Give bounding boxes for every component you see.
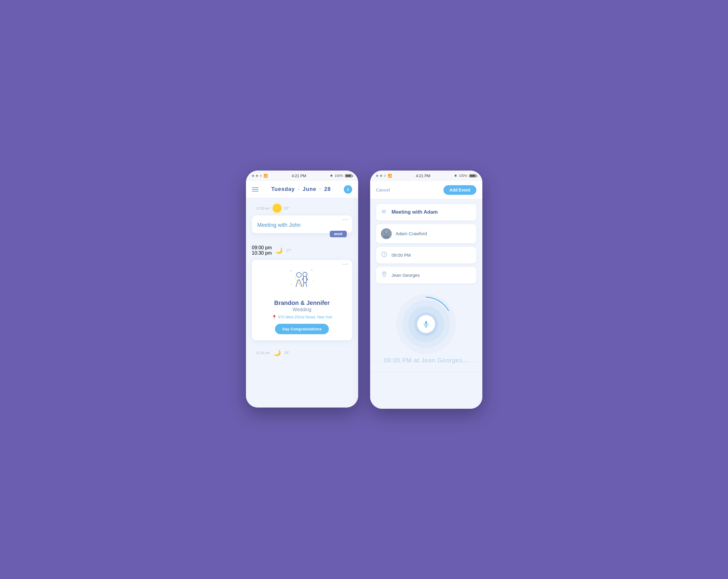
wifi-icon-right: 📶: [388, 174, 392, 178]
menu-line-1: [252, 187, 259, 188]
temp-2: 17°: [286, 248, 291, 253]
event-card-1[interactable]: Meeting with John work: [252, 215, 352, 233]
status-right-left: ✱ 100%: [330, 174, 352, 178]
notification-badge[interactable]: 1: [344, 185, 352, 193]
signal-dot-1: [252, 175, 254, 177]
couple-icon: ✦ ✦ + +: [287, 266, 317, 296]
status-right-right: ✱ 100%: [454, 174, 476, 178]
spacer-2: [246, 343, 358, 347]
map-pin-icon: [381, 271, 388, 279]
svg-point-22: [383, 272, 385, 274]
battery-label-r: 100%: [459, 174, 467, 178]
dot3: [347, 219, 348, 220]
svg-rect-23: [425, 321, 427, 325]
congratulations-button[interactable]: Say Congratulations: [275, 324, 329, 334]
moon-icon-2: [273, 349, 281, 357]
svg-point-5: [296, 272, 301, 278]
menu-line-3: [252, 191, 259, 191]
sun-icon: [273, 204, 281, 212]
time-label-1: 12:30 pm: [252, 207, 270, 210]
wedding-address: 675 West 252nd Street, New York: [279, 315, 333, 319]
status-bar-left: 📶 4:21 PM ✱ 100%: [246, 170, 358, 181]
svg-text:+: +: [290, 283, 292, 286]
contact-name-value: Adam Crawford: [396, 231, 427, 236]
battery-fill-r: [470, 175, 476, 177]
temp-1: 32°: [284, 206, 290, 210]
status-left: 📶: [252, 174, 268, 178]
location-field[interactable]: Jean Georges: [376, 267, 476, 283]
wedding-names: Brandon & Jennifer: [257, 299, 347, 307]
right-phone-body: Meeting with Adam: [370, 199, 482, 409]
menu-button[interactable]: [252, 187, 259, 191]
separator: ·: [298, 186, 300, 192]
h-lines-container: [370, 351, 482, 383]
event-title-1: Meeting with John: [257, 222, 347, 228]
left-header: Tuesday · June · 28 1: [246, 181, 358, 198]
moon-icon-1: [275, 246, 283, 255]
menu-line-2: [252, 189, 259, 190]
notification-count: 1: [347, 187, 349, 191]
signal-dot-2: [256, 175, 258, 177]
left-phone-body: 12:30 pm 32° Meeting with John work: [246, 198, 358, 407]
event-title-value: Meeting with Adam: [392, 209, 438, 215]
contact-field[interactable]: Adam Crawford: [376, 224, 476, 243]
time-text-2b: 10:30 pm: [252, 251, 272, 256]
status-time-left: 4:21 PM: [292, 174, 306, 178]
header-day: Tuesday: [271, 186, 295, 192]
location-value: Jean Georges: [392, 272, 420, 278]
card-menu-dots-2[interactable]: [343, 264, 348, 265]
bluetooth-icon: ✱: [330, 174, 333, 178]
svg-line-11: [306, 283, 307, 287]
signal-dot-r2: [380, 175, 382, 177]
right-header: Cancel Add Event: [370, 181, 482, 199]
contact-avatar: [381, 228, 392, 239]
svg-text:✦: ✦: [289, 269, 292, 273]
event-icon: [381, 208, 388, 216]
dot2: [345, 219, 346, 220]
cancel-label: Cancel: [376, 187, 390, 192]
svg-text:+: +: [312, 280, 314, 283]
svg-point-18: [385, 231, 388, 233]
event-title-field[interactable]: Meeting with Adam: [376, 204, 476, 220]
dot1: [343, 264, 344, 265]
left-phone: 📶 4:21 PM ✱ 100% Tuesday · June: [246, 170, 358, 407]
voice-section: 09:00 PM at Jean Georges...: [370, 288, 482, 373]
bottom-spacer: [246, 358, 358, 364]
svg-line-21: [384, 254, 385, 255]
dot3: [347, 264, 348, 265]
location-pin-icon: 📍: [272, 315, 277, 320]
wifi-icon: 📶: [264, 174, 268, 178]
voice-circles: [396, 294, 456, 354]
wedding-card[interactable]: ✦ ✦ + +: [252, 260, 352, 340]
congrats-label: Say Congratulations: [282, 327, 322, 331]
clock-icon: [381, 251, 388, 259]
dot1: [343, 219, 344, 220]
cancel-button[interactable]: Cancel: [376, 187, 390, 192]
time-value: 09:00 PM: [392, 253, 411, 258]
header-month-day: June: [303, 186, 316, 192]
time-label-3: 11:15 pm: [252, 351, 270, 354]
time-row-2: 09:00 pm 10:30 pm 17°: [246, 244, 358, 257]
pin-svg: [381, 271, 388, 278]
add-event-button[interactable]: Add Event: [443, 185, 476, 195]
card-menu-dots-1[interactable]: [343, 219, 348, 220]
timeline: 12:30 pm 32° Meeting with John work: [246, 198, 358, 369]
svg-point-6: [303, 272, 307, 277]
battery-icon: [345, 174, 352, 178]
status-bar-right: 📶 4:21 PM ✱ 100%: [370, 170, 482, 181]
mic-button[interactable]: [417, 315, 435, 333]
status-right-left: 📶: [376, 174, 392, 178]
battery-fill: [346, 175, 352, 177]
time-field[interactable]: 09:00 PM: [376, 247, 476, 263]
bluetooth-icon-r: ✱: [454, 174, 457, 178]
time-text-3: 11:15 pm: [256, 351, 270, 354]
header-day-num: 28: [324, 186, 331, 192]
avatar-svg: [381, 228, 392, 239]
dot2: [345, 264, 346, 265]
signal-dot-r3: [384, 175, 386, 177]
time-text-1: 12:30 pm: [256, 207, 270, 210]
wedding-subtitle: Wedding: [257, 307, 347, 312]
signal-dot-3: [260, 175, 262, 177]
time-row-1: 12:30 pm 32°: [246, 203, 358, 214]
form-section: Meeting with Adam: [370, 199, 482, 288]
